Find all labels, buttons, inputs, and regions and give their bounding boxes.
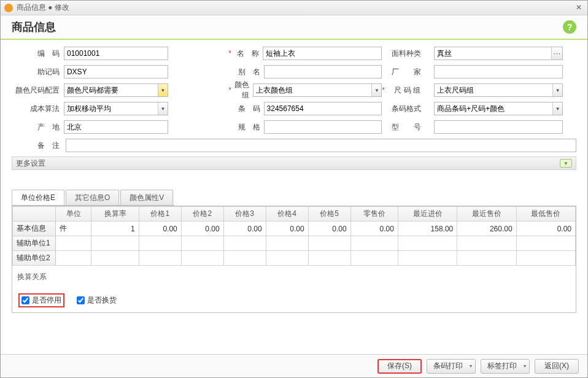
cell[interactable]: [266, 236, 308, 251]
remark-input[interactable]: [66, 139, 576, 152]
close-icon[interactable]: ✕: [574, 3, 584, 13]
colorgroup-select[interactable]: [253, 83, 382, 97]
cell[interactable]: [223, 236, 266, 251]
more-settings-bar[interactable]: 更多设置 ▼: [12, 156, 576, 170]
col-header: 价格1: [139, 207, 181, 222]
cell[interactable]: 0.00: [139, 222, 181, 236]
cost-select[interactable]: [64, 102, 168, 115]
cell[interactable]: [266, 251, 308, 266]
cell[interactable]: [56, 236, 91, 251]
lbl-code: 编 码: [12, 48, 63, 59]
cell[interactable]: [91, 251, 139, 266]
chevron-down-icon[interactable]: ▼: [371, 84, 381, 96]
cell[interactable]: [56, 251, 91, 266]
more-settings-label: 更多设置: [16, 158, 560, 169]
factory-input[interactable]: [434, 65, 563, 79]
chevron-down-icon[interactable]: ▼: [158, 84, 168, 96]
cell[interactable]: [350, 251, 398, 266]
stop-checkbox-wrap[interactable]: 是否停用: [18, 293, 64, 307]
lbl-colorgroup: 颜色组: [233, 80, 253, 101]
spec-input[interactable]: [264, 120, 382, 134]
price-grid: 单位换算率价格1价格2价格3价格4价格5零售价最近进价最近售价最低售价 基本信息…: [12, 206, 576, 266]
lbl-factory: 厂 家: [382, 67, 425, 77]
cell[interactable]: [91, 236, 139, 251]
cell[interactable]: 0.00: [223, 222, 266, 236]
label-print-button[interactable]: 标签打印: [481, 359, 530, 374]
cell[interactable]: [223, 251, 266, 266]
fabric-lookup-icon[interactable]: ···: [551, 47, 562, 60]
lbl-mnemonic: 助记码: [12, 67, 63, 77]
exchange-checkbox[interactable]: [77, 296, 85, 304]
expand-down-icon[interactable]: ▼: [560, 159, 572, 168]
chevron-down-icon[interactable]: ▼: [552, 102, 562, 115]
tab-content: 单位换算率价格1价格2价格3价格4价格5零售价最近进价最近售价最低售价 基本信息…: [12, 206, 576, 313]
cell: 辅助单位1: [13, 236, 56, 251]
tab-other-info[interactable]: 其它信息O: [66, 190, 119, 205]
table-row[interactable]: 辅助单位2: [13, 251, 576, 266]
fabric-input[interactable]: [434, 47, 563, 60]
cell[interactable]: 0.00: [308, 222, 350, 236]
barcode-input[interactable]: [264, 102, 382, 115]
cell[interactable]: [308, 236, 350, 251]
cell[interactable]: [457, 236, 516, 251]
exchange-label: 是否换货: [87, 295, 117, 306]
cell[interactable]: 件: [56, 222, 91, 236]
cell[interactable]: 260.00: [457, 222, 516, 236]
cell[interactable]: 0.00: [266, 222, 308, 236]
cell[interactable]: [308, 251, 350, 266]
window-title: 商品信息 ● 修改: [17, 2, 574, 13]
alias-input[interactable]: [264, 65, 382, 79]
table-row[interactable]: 辅助单位1: [13, 236, 576, 251]
col-header: 最低售价: [516, 207, 575, 222]
stop-label: 是否停用: [32, 295, 61, 306]
cell[interactable]: [516, 251, 575, 266]
cell[interactable]: 0.00: [516, 222, 575, 236]
col-header: 零售价: [350, 207, 398, 222]
barcodefmt-select[interactable]: [434, 102, 563, 115]
colorsize-select[interactable]: [64, 83, 168, 97]
model-input[interactable]: [434, 120, 563, 134]
cell[interactable]: 1: [91, 222, 139, 236]
cell[interactable]: 0.00: [181, 222, 223, 236]
tabs: 单位价格E 其它信息O 颜色属性V: [12, 190, 174, 206]
cell[interactable]: [181, 251, 223, 266]
tab-unit-price[interactable]: 单位价格E: [12, 190, 64, 205]
back-button[interactable]: 返回(X): [535, 359, 579, 374]
cell[interactable]: [398, 251, 457, 266]
cell[interactable]: [516, 236, 575, 251]
lbl-model: 型 号: [382, 122, 425, 133]
col-header: 价格2: [181, 207, 223, 222]
mnemonic-input[interactable]: [64, 65, 168, 79]
stop-checkbox[interactable]: [21, 296, 29, 304]
cell[interactable]: [139, 251, 181, 266]
cell[interactable]: [181, 236, 223, 251]
lbl-alias: 别 名: [234, 67, 263, 77]
chevron-down-icon[interactable]: ▼: [158, 102, 168, 115]
tab-color-attr[interactable]: 颜色属性V: [120, 190, 173, 205]
lbl-spec: 规 格: [234, 122, 263, 133]
lbl-colorsize: 颜色尺码配置: [12, 85, 63, 96]
form-area: 编 码 *名 称 面料种类 ··· 助记码 别 名 厂 家 颜色尺码配置 ▼ *…: [1, 40, 587, 170]
code-input[interactable]: [64, 47, 168, 60]
cell: 基本信息: [13, 222, 56, 236]
origin-input[interactable]: [64, 120, 168, 134]
cell[interactable]: 0.00: [350, 222, 398, 236]
lbl-fabric: 面料种类: [382, 48, 425, 59]
sizegroup-select[interactable]: [434, 83, 563, 97]
exchange-checkbox-wrap[interactable]: 是否换货: [77, 295, 117, 306]
page-title: 商品信息: [12, 20, 563, 34]
cell[interactable]: [139, 236, 181, 251]
table-row[interactable]: 基本信息件10.000.000.000.000.000.00158.00260.…: [13, 222, 576, 236]
chevron-down-icon[interactable]: ▼: [552, 84, 562, 96]
help-icon[interactable]: ?: [563, 20, 576, 34]
save-button[interactable]: 保存(S): [377, 359, 422, 374]
cell[interactable]: 158.00: [398, 222, 457, 236]
name-input[interactable]: [263, 47, 382, 60]
cell: 辅助单位2: [13, 251, 56, 266]
cell[interactable]: [350, 236, 398, 251]
cell[interactable]: [398, 236, 457, 251]
barcode-print-button[interactable]: 条码打印: [427, 359, 476, 374]
col-header: [13, 207, 56, 222]
col-header: 价格4: [266, 207, 308, 222]
cell[interactable]: [457, 251, 516, 266]
